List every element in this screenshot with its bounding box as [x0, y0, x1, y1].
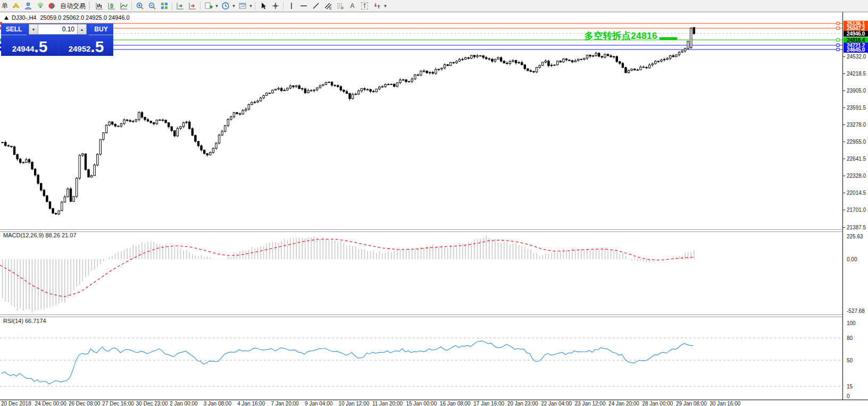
- zoom-in-button[interactable]: [133, 1, 146, 11]
- add-indicator-caret[interactable]: ▼: [214, 4, 219, 9]
- community-button[interactable]: [22, 1, 34, 11]
- rsi-axis-label: 0: [847, 393, 850, 399]
- sell-button[interactable]: SELL: [1, 23, 27, 35]
- clock-icon: [221, 2, 230, 10]
- person-icon: [24, 2, 32, 10]
- periods-button[interactable]: [219, 1, 231, 11]
- time-tick-label: 27 Dec 16:00: [102, 401, 134, 406]
- time-tick-label: 11 Jan 20:00: [372, 401, 403, 406]
- pane-splitter[interactable]: [0, 229, 868, 232]
- toolbar-separator: [255, 2, 255, 10]
- time-tick-label: 30 Jan 16:00: [710, 401, 740, 406]
- rsi-axis-label: 15: [847, 384, 853, 390]
- new-order-button[interactable]: 单: [0, 2, 10, 11]
- arrows-tool[interactable]: [371, 1, 383, 11]
- channel-icon: E: [324, 2, 332, 10]
- sell-price-main: 24944: [12, 44, 35, 53]
- crosshair-button[interactable]: [269, 1, 281, 11]
- sell-price-fraction: .5: [34, 38, 47, 56]
- macd-indicator-pane[interactable]: [0, 231, 842, 314]
- text-label-tool[interactable]: T: [358, 1, 371, 11]
- cursor-icon: [259, 2, 268, 10]
- zoom-out-button[interactable]: [146, 1, 158, 11]
- volume-field[interactable]: 0.10: [38, 24, 77, 35]
- text-tool-letter: A: [350, 2, 354, 10]
- arrows-caret[interactable]: ▼: [383, 4, 388, 9]
- line-handle[interactable]: [837, 44, 839, 47]
- auto-scroll-icon: [176, 2, 185, 10]
- toolbar-grip: [89, 2, 91, 10]
- vertical-line-tool[interactable]: [285, 1, 297, 11]
- price-axis[interactable]: 24532.024218.523905.023591.523278.022955…: [842, 12, 868, 400]
- zoom-out-icon: [148, 2, 156, 10]
- buy-button[interactable]: BUY: [89, 23, 113, 35]
- rsi-line: [2, 341, 693, 384]
- metaeditor-icon: [12, 2, 20, 10]
- time-tick-label: 28 Jan 00:00: [642, 401, 673, 406]
- price-tick-mark: [843, 210, 845, 210]
- templates-button[interactable]: [236, 1, 248, 11]
- main-price-chart[interactable]: [0, 12, 842, 230]
- bar-chart-button[interactable]: [93, 1, 105, 11]
- price-level-badge: 24946.0: [844, 31, 868, 37]
- horizontal-line-tool[interactable]: [297, 1, 310, 11]
- text-tool[interactable]: A: [346, 1, 358, 11]
- volume-increase-button[interactable]: ▲: [77, 24, 87, 35]
- sell-price-display[interactable]: 24944 .5: [2, 36, 58, 56]
- time-tick-label: 20 Dec 2018: [1, 401, 31, 406]
- price-tick-label: 23591.5: [847, 105, 866, 111]
- trendline-tool[interactable]: [310, 1, 322, 11]
- time-tick-label: 24 Dec 00:00: [35, 401, 66, 406]
- line-chart-button[interactable]: [118, 1, 130, 11]
- buy-price-display[interactable]: 24952 .5: [60, 36, 113, 56]
- arrows-icon: [373, 2, 381, 10]
- rsi-axis-label: 80: [847, 335, 853, 341]
- price-tick-mark: [843, 107, 845, 108]
- price-tick-mark: [843, 159, 845, 159]
- autotrading-button[interactable]: [46, 1, 59, 11]
- rsi-axis-label: 100: [847, 320, 856, 326]
- price-tick-label: 22641.5: [847, 156, 866, 162]
- price-tick-label: 24532.0: [847, 54, 866, 60]
- signals-button[interactable]: [34, 1, 46, 11]
- turning-point-line-segment: [660, 37, 677, 40]
- rsi-indicator-pane[interactable]: [0, 316, 842, 400]
- label-tool-letter: T: [361, 2, 368, 10]
- price-tick-label: 24218.5: [847, 71, 866, 77]
- macd-axis-label: -527.68: [847, 308, 865, 314]
- one-click-trading-panel: SELL ▼ 0.10 ▲ BUY 24944 .5 24952 .5: [1, 23, 113, 56]
- symbol-triangle-icon[interactable]: [4, 16, 9, 20]
- fibonacci-tool[interactable]: F: [334, 1, 346, 11]
- rsi-label: RSI(14) 66.7174: [3, 318, 46, 324]
- time-tick-label: 4 Jan 16:00: [237, 401, 265, 406]
- chart-symbol-period: DJ30-,H4: [12, 14, 36, 21]
- equidistant-channel-tool[interactable]: E: [322, 1, 334, 11]
- chart-shift-button[interactable]: [186, 1, 198, 11]
- candlestick-chart-button[interactable]: [105, 1, 118, 11]
- price-level-badge: 24645.0: [844, 47, 868, 53]
- chart-ohlc-values: 25059.0 25062.0 24925.0 24946.0: [40, 14, 129, 21]
- pane-splitter[interactable]: [0, 314, 868, 317]
- metaeditor-button[interactable]: [10, 1, 22, 11]
- price-tick-mark: [843, 90, 845, 91]
- autotrading-button-label[interactable]: 自动交易: [59, 2, 87, 11]
- time-tick-label: 22 Jan 04:00: [541, 401, 572, 406]
- price-tick-label: 21701.0: [847, 207, 866, 213]
- time-axis[interactable]: 20 Dec 201824 Dec 00:0026 Dec 08:0027 De…: [0, 400, 868, 406]
- cursor-button[interactable]: [257, 1, 269, 11]
- volume-decrease-button[interactable]: ▼: [29, 24, 38, 35]
- templates-caret[interactable]: ▼: [248, 4, 253, 9]
- signal-icon: [36, 2, 45, 10]
- bar-chart-icon: [95, 2, 104, 10]
- periods-caret[interactable]: ▼: [231, 4, 236, 9]
- line-handle[interactable]: [837, 27, 839, 30]
- line-handle[interactable]: [837, 22, 839, 25]
- line-handle[interactable]: [837, 39, 839, 42]
- time-tick-label: 16 Jan 08:00: [440, 401, 471, 406]
- auto-scroll-button[interactable]: [174, 1, 186, 11]
- trading-terminal-window: 单 自动交易: [0, 0, 868, 406]
- toolbar-separator: [172, 2, 172, 10]
- line-handle[interactable]: [837, 48, 839, 51]
- add-indicator-button[interactable]: [202, 1, 214, 11]
- tile-windows-button[interactable]: [158, 1, 170, 11]
